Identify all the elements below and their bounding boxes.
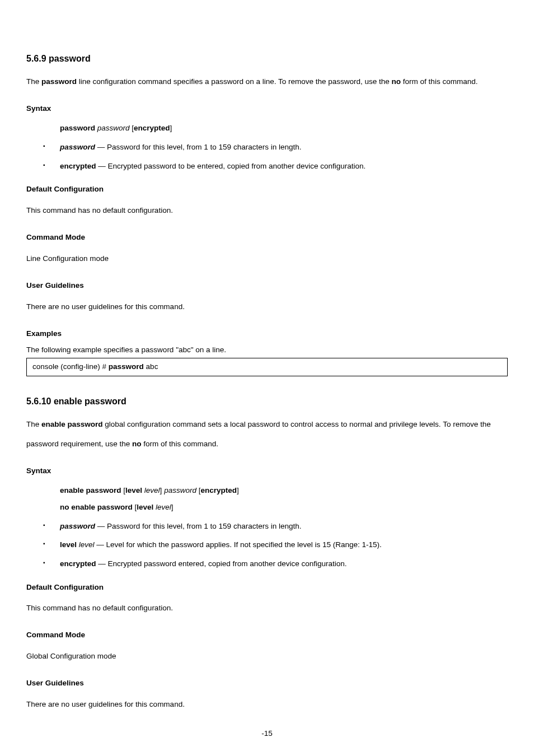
cmd-name: enable password	[41, 420, 103, 428]
kw: level	[137, 503, 156, 511]
syntax-heading: Syntax	[26, 466, 508, 477]
default-config-heading: Default Configuration	[26, 184, 508, 195]
command-mode-heading: Command Mode	[26, 630, 508, 641]
kw: enable password	[60, 486, 123, 494]
code-box: console (config-line) # password abc	[26, 358, 508, 376]
user-guidelines-text: There are no user guidelines for this co…	[26, 694, 508, 714]
param-list: password — Password for this level, from…	[43, 141, 508, 172]
page-number: -15	[0, 729, 534, 739]
code-prompt: console (config-line) #	[32, 362, 109, 371]
arg: level	[156, 503, 171, 511]
intro-paragraph-1: The password line configuration command …	[26, 72, 508, 91]
arg: level	[144, 486, 160, 494]
code-arg: abc	[144, 362, 158, 371]
param-item: password — Password for this level, from…	[43, 520, 508, 533]
syntax-keyword: password	[60, 124, 97, 132]
param-name: password	[60, 143, 95, 151]
param-name: encrypted	[60, 559, 96, 568]
param-desc: — Level for which the password applies. …	[95, 540, 382, 549]
bracket: ]	[237, 486, 239, 494]
param-name-kw: level	[60, 540, 79, 549]
text: The	[26, 77, 41, 86]
kw: encrypted	[200, 486, 237, 494]
command-mode-heading: Command Mode	[26, 232, 508, 243]
intro-paragraph-2: The enable password global configuration…	[26, 414, 508, 454]
syntax-line: no enable password [level level]	[60, 499, 508, 516]
param-list: password — Password for this level, from…	[43, 520, 508, 570]
default-config-text: This command has no default configuratio…	[26, 200, 508, 220]
kw: no enable password	[60, 503, 135, 511]
param-desc: — Encrypted password to be entered, copi…	[96, 162, 366, 170]
command-mode-text: Line Configuration mode	[26, 249, 508, 268]
bracket: ]	[170, 124, 172, 132]
syntax-heading: Syntax	[26, 104, 508, 114]
user-guidelines-text: There are no user guidelines for this co…	[26, 297, 508, 316]
syntax-opt: encrypted	[134, 124, 170, 132]
section-title-password: 5.6.9 password	[26, 53, 508, 65]
text: The	[26, 420, 41, 428]
default-config-heading: Default Configuration	[26, 582, 508, 593]
bracket: ]	[160, 486, 165, 494]
syntax-block: password password [encrypted]	[60, 120, 508, 137]
example-text: The following example specifies a passwo…	[26, 345, 508, 356]
code-cmd: password	[109, 362, 144, 371]
param-item: encrypted — Encrypted password to be ent…	[43, 160, 508, 172]
syntax-arg: password	[97, 124, 132, 132]
kw: level	[125, 486, 144, 494]
param-desc: — Password for this level, from 1 to 159…	[95, 522, 301, 530]
text: line configuration command specifies a p…	[77, 77, 392, 86]
param-desc: — Encrypted password entered, copied fro…	[96, 559, 347, 568]
param-name: password	[60, 522, 95, 530]
cmd-name: password	[41, 77, 77, 86]
user-guidelines-heading: User Guidelines	[26, 281, 508, 291]
user-guidelines-heading: User Guidelines	[26, 678, 508, 689]
text: form of this command.	[401, 77, 477, 86]
text: form of this command.	[142, 440, 218, 448]
param-name: encrypted	[60, 162, 96, 170]
syntax-line: enable password [level level] password […	[60, 482, 508, 499]
param-desc: — Password for this level, from 1 to 159…	[95, 143, 301, 151]
section-title-enable-password: 5.6.10 enable password	[26, 395, 508, 408]
param-name-arg: level	[79, 540, 95, 549]
no-keyword: no	[132, 440, 142, 448]
syntax-block: enable password [level level] password […	[60, 482, 508, 515]
param-item: encrypted — Encrypted password entered, …	[43, 558, 508, 570]
no-keyword: no	[392, 77, 401, 86]
param-item: password — Password for this level, from…	[43, 141, 508, 153]
bracket: ]	[171, 503, 174, 511]
param-item: level level — Level for which the passwo…	[43, 539, 508, 551]
command-mode-text: Global Configuration mode	[26, 646, 508, 666]
examples-heading: Examples	[26, 329, 508, 339]
arg: password	[164, 486, 199, 494]
default-config-text: This command has no default configuratio…	[26, 598, 508, 618]
